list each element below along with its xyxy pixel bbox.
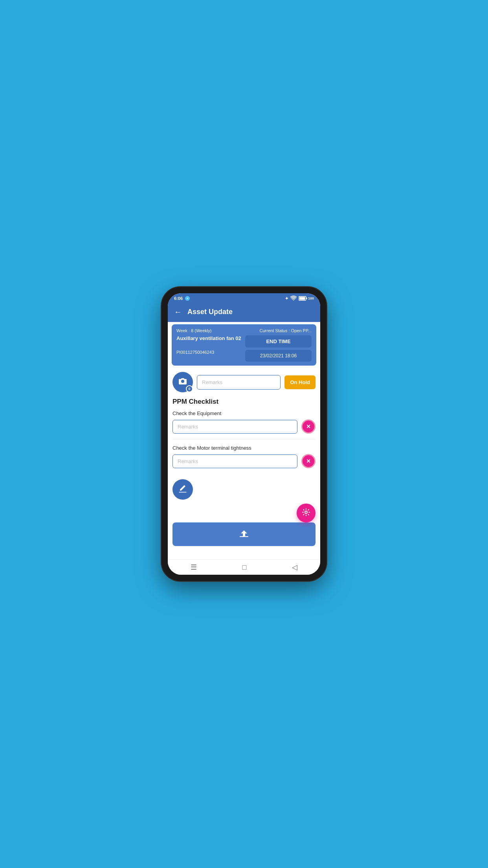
app-header: ← Asset Update — [168, 303, 320, 322]
end-time-button[interactable]: END TIME — [245, 335, 312, 348]
battery-icon: 100 — [299, 296, 314, 301]
checklist-remove-button-1[interactable]: ✕ — [301, 419, 316, 434]
asset-id: PI00112750046243 — [176, 350, 243, 362]
status-time: 6:06 — [174, 296, 183, 301]
signature-icon — [178, 484, 187, 495]
back-button[interactable]: ← — [174, 307, 182, 316]
status-left: 6:06 + — [174, 296, 190, 301]
status-right: ✦ 100 — [285, 296, 314, 301]
checklist-section: PPM Checklist Check the Equipment ✕ Chec… — [172, 398, 316, 474]
settings-icon — [302, 508, 310, 518]
svg-rect-2 — [306, 298, 307, 299]
info-card: Week : 8 (Weekly) Current Status : Open … — [172, 324, 316, 366]
checklist-item-1: Check the Equipment ✕ — [172, 410, 316, 440]
checklist-item-2-label: Check the Motor terminal tightness — [172, 445, 316, 451]
x-icon-1: ✕ — [306, 423, 311, 430]
svg-rect-1 — [299, 297, 305, 300]
bluetooth-icon: ✦ — [285, 296, 288, 301]
nav-home-icon[interactable]: □ — [242, 563, 247, 572]
main-content: 0 On Hold PPM Checklist Check the Equipm… — [168, 368, 320, 559]
svg-point-3 — [305, 511, 307, 513]
phone-shell: 6:06 + ✦ 100 — [161, 287, 327, 581]
camera-badge: 0 — [186, 385, 193, 392]
datetime-display: 23/02/2021 18:06 — [245, 350, 312, 362]
upload-icon — [238, 529, 250, 540]
submit-button[interactable] — [172, 522, 316, 546]
battery-level: 100 — [308, 296, 314, 300]
x-icon-2: ✕ — [306, 458, 311, 464]
checklist-row-1: ✕ — [172, 419, 316, 434]
status-bar: 6:06 + ✦ 100 — [168, 293, 320, 303]
nav-menu-icon[interactable]: ☰ — [191, 563, 197, 572]
checklist-remove-button-2[interactable]: ✕ — [301, 454, 316, 468]
asset-name: Auxillary ventilation fan 02 — [176, 335, 243, 348]
nav-dot: + — [185, 296, 190, 301]
bottom-nav: ☰ □ ◁ — [168, 559, 320, 575]
on-hold-button[interactable]: On Hold — [284, 375, 316, 389]
fab-area — [172, 500, 316, 515]
fab-settings-button[interactable] — [297, 504, 316, 522]
wifi-icon — [290, 296, 297, 301]
checklist-row-2: ✕ — [172, 454, 316, 468]
phone-screen: 6:06 + ✦ 100 — [168, 293, 320, 575]
status-label: Current Status : Open PP... — [245, 328, 312, 333]
camera-button[interactable]: 0 — [172, 372, 193, 392]
action-row: 0 On Hold — [172, 372, 316, 392]
checklist-input-1[interactable] — [172, 420, 297, 434]
nav-back-icon[interactable]: ◁ — [292, 563, 297, 572]
checklist-input-2[interactable] — [172, 454, 297, 468]
checklist-title: PPM Checklist — [172, 398, 316, 406]
signature-button[interactable] — [172, 479, 193, 500]
page-title: Asset Update — [187, 308, 233, 316]
camera-icon — [178, 378, 187, 387]
week-label: Week : 8 (Weekly) — [176, 328, 243, 333]
top-remarks-input[interactable] — [197, 375, 281, 390]
checklist-item-1-label: Check the Equipment — [172, 410, 316, 416]
checklist-item-2: Check the Motor terminal tightness ✕ — [172, 445, 316, 474]
